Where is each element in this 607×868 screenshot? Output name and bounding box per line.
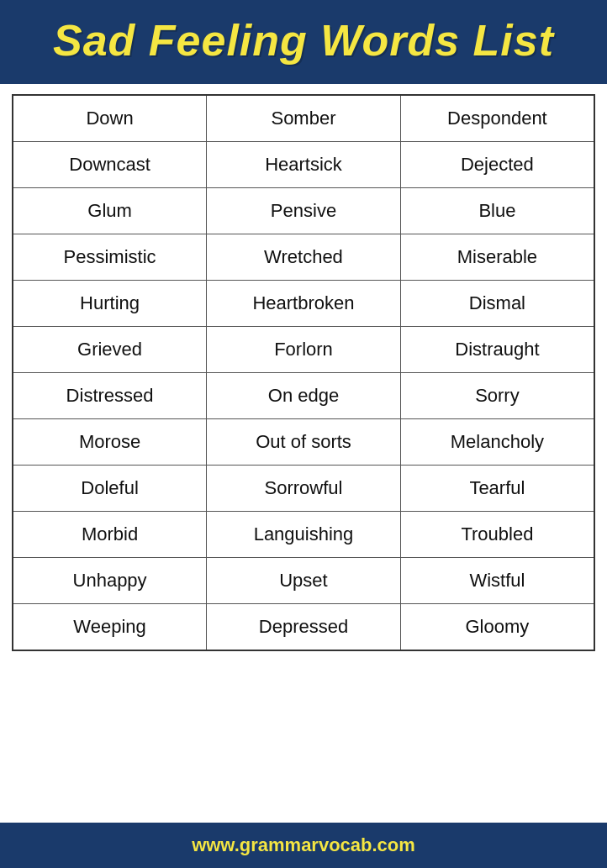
table-cell: Down [13,95,207,142]
table-cell: Sorry [400,373,594,419]
table-cell: Melancholy [400,419,594,466]
table-cell: Grieved [13,327,207,373]
table-cell: Gloomy [400,604,594,651]
table-cell: Dejected [400,142,594,188]
table-row: MorbidLanguishingTroubled [13,512,594,558]
table-cell: Sorrowful [207,466,401,512]
table-cell: Blue [400,188,594,234]
table-row: WeepingDepressedGloomy [13,604,594,651]
footer-url: www.grammarvocab.com [17,834,590,856]
table-cell: Forlorn [207,327,401,373]
table-cell: On edge [207,373,401,419]
table-row: GrievedForlornDistraught [13,327,594,373]
table-container: DownSomberDespondentDowncastHeartsickDej… [0,84,607,823]
table-cell: Languishing [207,512,401,558]
table-row: PessimisticWretchedMiserable [13,234,594,281]
table-cell: Pensive [207,188,401,234]
table-cell: Somber [207,95,401,142]
table-row: GlumPensiveBlue [13,188,594,234]
table-cell: Upset [207,558,401,604]
table-cell: Unhappy [13,558,207,604]
table-cell: Pessimistic [13,234,207,281]
footer: www.grammarvocab.com [0,823,607,868]
table-cell: Heartsick [207,142,401,188]
table-cell: Morbid [13,512,207,558]
table-cell: Troubled [400,512,594,558]
table-row: HurtingHeartbrokenDismal [13,281,594,327]
table-cell: Tearful [400,466,594,512]
table-cell: Heartbroken [207,281,401,327]
table-row: DolefulSorrowfulTearful [13,466,594,512]
table-row: DistressedOn edgeSorry [13,373,594,419]
table-cell: Despondent [400,95,594,142]
table-cell: Distraught [400,327,594,373]
table-cell: Hurting [13,281,207,327]
words-table: DownSomberDespondentDowncastHeartsickDej… [12,94,595,651]
table-cell: Wretched [207,234,401,281]
table-cell: Morose [13,419,207,466]
table-cell: Depressed [207,604,401,651]
table-cell: Doleful [13,466,207,512]
table-cell: Out of sorts [207,419,401,466]
table-cell: Dismal [400,281,594,327]
page-title: Sad Feeling Words List [17,15,590,66]
table-row: DowncastHeartsickDejected [13,142,594,188]
table-cell: Glum [13,188,207,234]
table-row: UnhappyUpsetWistful [13,558,594,604]
table-row: MoroseOut of sortsMelancholy [13,419,594,466]
header: Sad Feeling Words List [0,0,607,84]
table-cell: Miserable [400,234,594,281]
table-cell: Downcast [13,142,207,188]
table-row: DownSomberDespondent [13,95,594,142]
table-cell: Weeping [13,604,207,651]
table-cell: Distressed [13,373,207,419]
table-cell: Wistful [400,558,594,604]
